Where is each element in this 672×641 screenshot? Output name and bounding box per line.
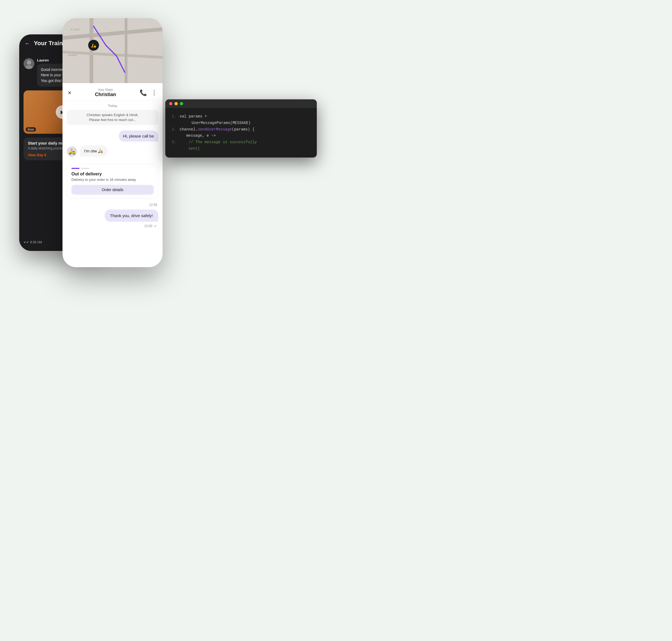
code-body: 1. val params = UserMessageParams(MESSAG… — [165, 108, 317, 158]
code-titlebar — [165, 99, 317, 108]
code-comment: // The message is successfully — [180, 139, 257, 146]
sent-time-label: 13:00 — [144, 224, 152, 228]
line-number: 2. — [172, 126, 177, 133]
delivery-header: × Your Rider Christian 📞 ⋮ — [62, 83, 163, 101]
delivery-map: 🛵 Jl. Gard... rambitan — [62, 18, 163, 83]
video-duration-badge: 6min — [26, 127, 36, 132]
svg-text:rambitan: rambitan — [68, 54, 78, 57]
trainer-bottom-time: ✔✔ 9:36 AM — [24, 241, 42, 244]
svg-point-1 — [27, 60, 31, 65]
thank-text: Thank you, drive safely! — [105, 209, 158, 222]
code-window: 1. val params = UserMessageParams(MESSAG… — [165, 99, 317, 158]
delivery-phone: 🛵 Jl. Gard... rambitan × Your Rider Chri… — [62, 18, 163, 267]
bubble-text: Hi, please call be — [119, 131, 158, 141]
status-dot-inactive — [81, 168, 89, 169]
status-time: 12:59 — [62, 202, 163, 209]
rider-info: Your Rider Christian — [95, 88, 116, 97]
chat-bubble-right-1: Hi, please call be — [67, 131, 158, 141]
line-number: 3. — [172, 139, 177, 146]
code-text: val params = — [180, 113, 207, 120]
date-label: Today — [62, 101, 163, 110]
status-dots — [71, 168, 154, 169]
code-text: message, e -> — [179, 133, 215, 139]
status-title: Out of delivery — [71, 172, 154, 177]
more-icon[interactable]: ⋮ — [151, 89, 157, 96]
delivery-status-section: Out of delivery Delivery to your order i… — [67, 164, 158, 199]
status-dot-active — [71, 168, 80, 169]
svg-text:🛵: 🛵 — [91, 43, 96, 48]
scene: ← Your Trainer Wed, May 21 Lauren Good m… — [19, 18, 317, 302]
header-actions: 📞 ⋮ — [140, 89, 157, 96]
trainer-avatar — [24, 58, 34, 69]
rider-label: Your Rider — [95, 88, 116, 92]
thank-bubble: Thank you, drive safely! — [67, 209, 158, 222]
code-line-1b: UserMessageParams(MESSAGE) — [172, 120, 310, 126]
code-line-2b: message, e -> — [172, 133, 310, 139]
line-number — [172, 146, 176, 152]
line-number: 1. — [172, 113, 177, 120]
svg-rect-7 — [125, 18, 127, 83]
rider-name: Christian — [95, 92, 116, 97]
code-line-1: 1. val params = — [172, 113, 310, 120]
chat-bubble-left-1: 🛵 I'm otw 🛵 — [67, 145, 158, 157]
chat-area: Hi, please call be 🛵 I'm otw 🛵 — [62, 128, 163, 164]
line-number — [172, 133, 176, 139]
code-line-2: 2. channel.sendUserMessage(params) { — [172, 126, 310, 133]
line-number — [172, 120, 176, 126]
code-comment: sent} — [179, 146, 200, 152]
order-details-button[interactable]: Order details — [71, 185, 154, 195]
bubble-text: I'm otw 🛵 — [80, 145, 108, 157]
close-dot[interactable] — [169, 102, 172, 105]
code-text: channel.sendUserMessage(params) { — [180, 126, 255, 133]
time-label: 9:36 AM — [30, 241, 42, 244]
check-icon: ✓ — [154, 224, 157, 228]
close-button[interactable]: × — [68, 89, 71, 96]
minimize-dot[interactable] — [174, 102, 178, 105]
checkmark-icon: ✔✔ — [24, 241, 29, 244]
svg-rect-3 — [62, 18, 163, 83]
maximize-dot[interactable] — [180, 102, 183, 105]
back-arrow-icon[interactable]: ← — [25, 40, 30, 46]
code-text: UserMessageParams(MESSAGE) — [179, 120, 251, 126]
sent-time: 13:00 ✓ — [62, 223, 163, 231]
code-line-3: 3. // The message is successfully — [172, 139, 310, 146]
svg-rect-5 — [89, 18, 93, 83]
code-line-3b: sent} — [172, 146, 310, 152]
status-text: Delivery to your order is 16 minutes awa… — [71, 178, 154, 182]
info-banner: Christian speaks English & Hindi.Please … — [67, 110, 158, 125]
svg-text:Jl. Gard...: Jl. Gard... — [71, 28, 81, 31]
phone-icon[interactable]: 📞 — [140, 89, 147, 96]
rider-avatar: 🛵 — [67, 147, 77, 157]
